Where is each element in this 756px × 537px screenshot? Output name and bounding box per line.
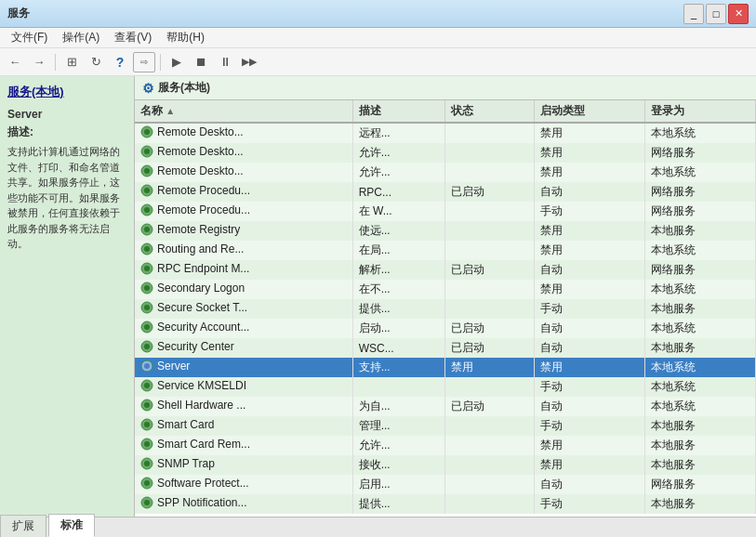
cell-status xyxy=(445,123,535,143)
cell-status: 已启动 xyxy=(445,260,535,280)
cell-status xyxy=(445,280,535,299)
cell-logon: 本地系统 xyxy=(644,280,755,299)
cell-startup: 禁用 xyxy=(534,241,644,260)
cell-startup: 禁用 xyxy=(534,358,644,377)
pause-button[interactable]: ⏸ xyxy=(214,52,236,72)
tab-standard[interactable]: 标准 xyxy=(48,514,95,537)
col-name[interactable]: 名称 ▲ xyxy=(135,100,352,123)
window-title: 服务 xyxy=(7,6,30,21)
table-row[interactable]: Remote Deskto...允许...禁用网络服务 xyxy=(135,143,756,163)
help-button[interactable]: ? xyxy=(109,52,131,72)
table-row[interactable]: SPP Notification...提供...手动本地服务 xyxy=(135,494,756,514)
forward-button[interactable]: → xyxy=(28,52,50,72)
right-panel: ⚙ 服务(本地) 名称 ▲ 描述 状态 启动类型 登录为 xyxy=(135,76,756,517)
view-button[interactable]: ⊞ xyxy=(60,52,83,72)
table-row[interactable]: Server支持...禁用禁用本地系统 xyxy=(135,358,756,377)
cell-startup: 禁用 xyxy=(534,123,644,143)
table-row[interactable]: Remote Procedu...RPC...已启动自动网络服务 xyxy=(135,182,756,202)
cell-desc: 启动... xyxy=(352,319,445,338)
back-button[interactable]: ← xyxy=(4,52,26,72)
col-desc[interactable]: 描述 xyxy=(352,100,445,123)
cell-desc: 提供... xyxy=(352,299,445,319)
col-status[interactable]: 状态 xyxy=(445,100,535,123)
cell-logon: 本地系统 xyxy=(644,319,755,338)
svg-point-7 xyxy=(144,188,150,193)
stop-button[interactable]: ⏹ xyxy=(190,52,212,72)
desc-label: 描述: xyxy=(7,124,126,140)
bottom-tabs: 扩展 标准 xyxy=(0,517,756,537)
selected-service-name: Server xyxy=(7,108,126,121)
cell-logon: 本地服务 xyxy=(644,436,755,455)
close-button[interactable]: ✕ xyxy=(728,4,749,24)
cell-desc: 支持... xyxy=(352,358,445,377)
cell-status xyxy=(445,221,535,241)
svg-point-37 xyxy=(144,480,150,486)
start-button[interactable]: ▶ xyxy=(166,52,188,72)
services-table[interactable]: 名称 ▲ 描述 状态 启动类型 登录为 Remote Deskto...远程..… xyxy=(135,100,756,517)
cell-status xyxy=(445,202,535,221)
svg-point-9 xyxy=(144,207,150,213)
table-row[interactable]: Security Account...启动...已启动自动本地系统 xyxy=(135,319,756,338)
menubar: 文件(F) 操作(A) 查看(V) 帮助(H) xyxy=(0,28,756,48)
table-row[interactable]: SNMP Trap接收...禁用本地服务 xyxy=(135,455,756,475)
cell-desc: 远程... xyxy=(352,123,445,143)
tab-extend[interactable]: 扩展 xyxy=(0,515,46,537)
table-row[interactable]: Secure Socket T...提供...手动本地服务 xyxy=(135,299,756,319)
cell-logon: 本地服务 xyxy=(644,221,755,241)
table-row[interactable]: Routing and Re...在局...禁用本地系统 xyxy=(135,241,756,260)
menu-file[interactable]: 文件(F) xyxy=(4,28,55,47)
svg-point-27 xyxy=(144,383,150,388)
table-row[interactable]: Smart Card管理...手动本地服务 xyxy=(135,416,756,436)
table-row[interactable]: Shell Hardware ...为自...已启动自动本地系统 xyxy=(135,397,756,416)
col-logon[interactable]: 登录为 xyxy=(644,100,755,123)
menu-view[interactable]: 查看(V) xyxy=(107,28,159,47)
menu-action[interactable]: 操作(A) xyxy=(55,28,107,47)
table-row[interactable]: Remote Deskto...允许...禁用本地系统 xyxy=(135,163,756,182)
cell-startup: 禁用 xyxy=(534,455,644,475)
table-row[interactable]: Service KMSELDI手动本地系统 xyxy=(135,377,756,397)
svg-point-5 xyxy=(144,168,150,174)
table-row[interactable]: Smart Card Rem...允许...禁用本地服务 xyxy=(135,436,756,455)
svg-point-15 xyxy=(144,266,150,271)
table-row[interactable]: Remote Registry使远...禁用本地服务 xyxy=(135,221,756,241)
services-icon: ⚙ xyxy=(142,81,154,96)
cell-logon: 网络服务 xyxy=(644,182,755,202)
cell-startup: 禁用 xyxy=(534,280,644,299)
table-row[interactable]: Software Protect...启用...自动网络服务 xyxy=(135,475,756,494)
table-row[interactable]: Remote Procedu...在 W...手动网络服务 xyxy=(135,202,756,221)
cell-desc: 使远... xyxy=(352,221,445,241)
svg-point-11 xyxy=(144,227,150,232)
left-panel: 服务(本地) Server 描述: 支持此计算机通过网络的文件、打印、和命名管道… xyxy=(0,76,135,517)
minimize-button[interactable]: _ xyxy=(683,4,704,24)
table-row[interactable]: Secondary Logon在不...禁用本地系统 xyxy=(135,280,756,299)
cell-status: 已启动 xyxy=(445,338,535,358)
cell-desc: 允许... xyxy=(352,143,445,163)
table-row[interactable]: Security CenterWSC...已启动自动本地服务 xyxy=(135,338,756,358)
left-panel-header[interactable]: 服务(本地) xyxy=(7,84,126,100)
cell-status: 禁用 xyxy=(445,358,535,377)
cell-logon: 网络服务 xyxy=(644,260,755,280)
svg-point-39 xyxy=(144,500,150,505)
cell-desc: 允许... xyxy=(352,436,445,455)
cell-status xyxy=(445,494,535,514)
cell-status xyxy=(445,455,535,475)
cell-desc: 启用... xyxy=(352,475,445,494)
restart-button[interactable]: ▶▶ xyxy=(238,52,260,72)
cell-logon: 本地系统 xyxy=(644,123,755,143)
export-button[interactable]: ⇨ xyxy=(133,52,155,72)
menu-help[interactable]: 帮助(H) xyxy=(159,28,212,47)
cell-startup: 禁用 xyxy=(534,436,644,455)
maximize-button[interactable]: □ xyxy=(706,4,726,24)
col-startup[interactable]: 启动类型 xyxy=(534,100,644,123)
table-row[interactable]: RPC Endpoint M...解析...已启动自动网络服务 xyxy=(135,260,756,280)
cell-startup: 自动 xyxy=(534,182,644,202)
cell-startup: 手动 xyxy=(534,377,644,397)
window-controls[interactable]: _ □ ✕ xyxy=(683,4,749,24)
cell-desc: 在 W... xyxy=(352,202,445,221)
cell-startup: 禁用 xyxy=(534,163,644,182)
svg-point-33 xyxy=(144,441,150,447)
table-row[interactable]: Remote Deskto...远程...禁用本地系统 xyxy=(135,123,756,143)
refresh-button[interactable]: ↻ xyxy=(85,52,107,72)
cell-logon: 本地系统 xyxy=(644,163,755,182)
cell-startup: 自动 xyxy=(534,475,644,494)
